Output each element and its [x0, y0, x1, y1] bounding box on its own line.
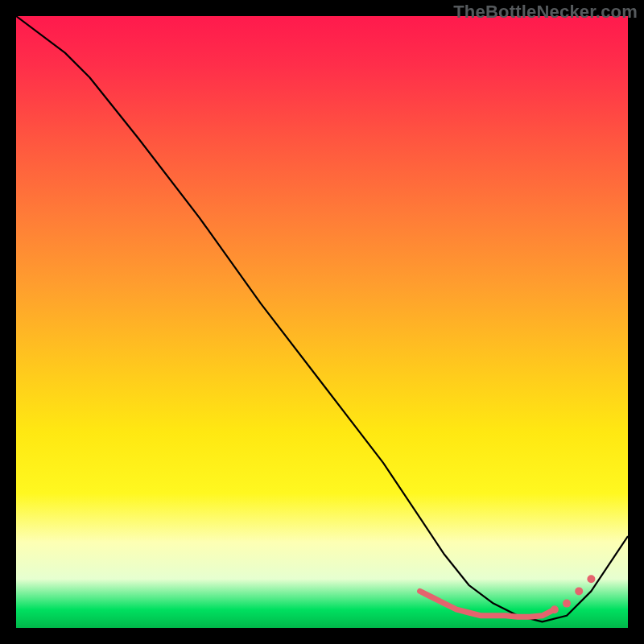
highlight-dot — [575, 587, 583, 595]
highlight-segment — [420, 591, 555, 617]
plot-area — [16, 16, 628, 628]
bottleneck-curve — [16, 16, 628, 621]
watermark-text: TheBottleNecker.com — [453, 2, 638, 23]
highlight-dot — [587, 575, 595, 583]
chart-svg — [16, 16, 628, 628]
highlight-dot — [563, 600, 571, 608]
highlight-dot — [551, 605, 559, 613]
chart-frame: TheBottleNecker.com — [0, 0, 644, 644]
